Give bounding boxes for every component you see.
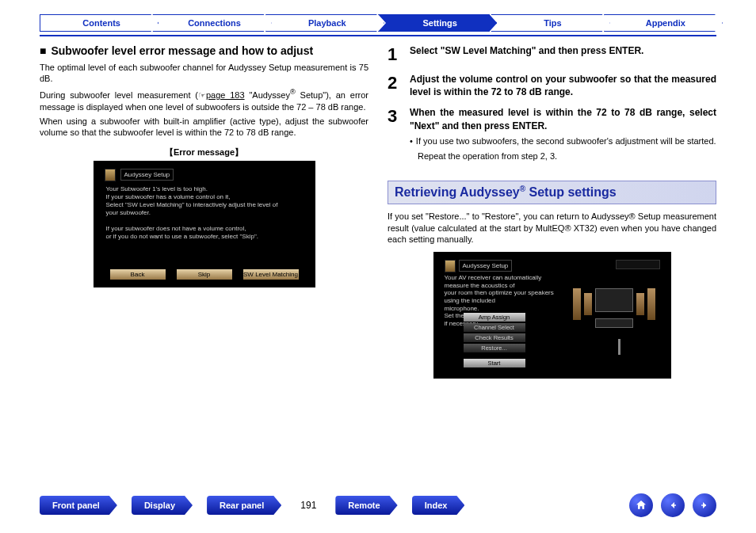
- step-3-main: When the measured level is within the 72…: [410, 107, 716, 131]
- prev-button[interactable]: [661, 493, 685, 517]
- setup-screenshot: Audyssey Setup Your AV receiver can auto…: [433, 252, 671, 379]
- step-2-num: 2: [388, 73, 402, 98]
- shot1-buttons: Back Skip SW Level Matching: [94, 269, 315, 280]
- next-button[interactable]: [693, 493, 716, 517]
- speaker-graphic: [647, 288, 655, 320]
- rear-panel-link[interactable]: Rear panel: [207, 496, 281, 515]
- shot1-back-button: Back: [110, 269, 166, 280]
- shot2-title: Audyssey Setup: [459, 260, 513, 272]
- left-p1: The optimal level of each subwoofer chan…: [40, 62, 368, 86]
- shot1-l6: or if you do not want to use a subwoofer…: [106, 233, 303, 241]
- step-1-text: Select "SW Level Matching" and then pres…: [410, 44, 716, 65]
- shot1-sw-button: SW Level Matching: [243, 269, 299, 280]
- left-p2a: During subwoofer level measurement (: [40, 90, 198, 100]
- tab-settings[interactable]: Settings: [378, 14, 497, 32]
- tv-graphic: [595, 288, 633, 312]
- section-title: Retrieving Audyssey® Setup settings: [388, 181, 716, 204]
- bullet-icon: •: [410, 135, 413, 147]
- shot2-l1: Your AV receiver can automatically measu…: [445, 274, 563, 289]
- shot1-title: Audyssey Setup: [120, 169, 174, 181]
- step-3-sub2: Repeat the operation from step 2, 3.: [418, 150, 716, 162]
- shot1-skip-button: Skip: [177, 269, 232, 280]
- shot2-l2: your room then optimize your speakers us…: [445, 289, 563, 304]
- step-3-text: When the measured level is within the 72…: [410, 106, 716, 162]
- right-column: 1 Select "SW Level Matching" and then pr…: [388, 44, 716, 379]
- speaker-graphic: [573, 288, 581, 320]
- error-message-label: 【Error message】: [40, 147, 368, 158]
- tab-tips[interactable]: Tips: [491, 14, 609, 32]
- index-link[interactable]: Index: [412, 496, 465, 515]
- page-183-link[interactable]: page 183: [206, 90, 245, 100]
- step-1-num: 1: [388, 44, 402, 65]
- left-p2b: "Audyssey: [245, 90, 290, 100]
- step-3-num: 3: [388, 106, 402, 162]
- shot1-l4: your subwoofer.: [106, 209, 303, 217]
- tab-connections[interactable]: Connections: [152, 14, 271, 32]
- left-column: ■ Subwoofer level error message and how …: [40, 44, 368, 379]
- top-divider: [40, 35, 716, 36]
- page-number: 191: [296, 500, 321, 511]
- step-2-text: Adjust the volume control on your subwoo…: [410, 73, 716, 98]
- shot2-menu: Amp Assign Channel Select Check Results …: [464, 313, 525, 367]
- hand-icon: ☞: [198, 90, 206, 100]
- shot1-text: Your Subwoofer 1's level is too high. If…: [106, 185, 303, 241]
- receiver-graphic: [595, 318, 633, 328]
- arrow-right-icon: [698, 499, 711, 512]
- menu-start: Start: [464, 359, 525, 367]
- step-3: 3 When the measured level is within the …: [388, 106, 716, 162]
- step-2: 2 Adjust the volume control on your subw…: [388, 73, 716, 98]
- svg-rect-1: [701, 504, 706, 505]
- step-1: 1 Select "SW Level Matching" and then pr…: [388, 44, 716, 65]
- left-p3: When using a subwoofer with built-in amp…: [40, 116, 368, 139]
- shot1-l5: If your subwoofer does not have a volume…: [106, 225, 303, 233]
- bottom-bar: Front panel Display Rear panel 191 Remot…: [40, 493, 716, 517]
- left-heading-text: Subwoofer level error message and how to…: [51, 44, 313, 59]
- menu-restore: Restore...: [464, 344, 525, 352]
- speaker-icon: [105, 169, 116, 181]
- speaker-graphic: [636, 293, 644, 315]
- menu-channel-select: Channel Select: [464, 323, 525, 332]
- shot1-l3: Select "SW Level Matching" to interactiv…: [106, 201, 303, 209]
- square-bullet-icon: ■: [40, 44, 46, 59]
- display-link[interactable]: Display: [132, 496, 193, 515]
- tab-playback[interactable]: Playback: [265, 14, 384, 32]
- error-screenshot: Audyssey Setup Your Subwoofer 1's level …: [94, 161, 315, 287]
- arrow-left-icon: [666, 499, 679, 512]
- section-para: If you set "Restore..." to "Restore", yo…: [388, 211, 716, 246]
- shot2-l3: microphone.: [445, 305, 563, 313]
- remote-link[interactable]: Remote: [335, 496, 397, 515]
- speaker-icon-2: [445, 260, 456, 272]
- step-3-sub1-text: If you use two subwoofers, the second su…: [416, 135, 716, 147]
- shot2-graphic: [565, 284, 660, 363]
- home-icon: [635, 499, 647, 512]
- left-p2: During subwoofer level measurement (☞pag…: [40, 87, 368, 112]
- tab-contents[interactable]: Contents: [40, 14, 158, 32]
- speaker-graphic: [584, 293, 592, 315]
- svg-rect-0: [671, 504, 676, 505]
- step-3-sub1: • If you use two subwoofers, the second …: [410, 135, 716, 147]
- tab-appendix[interactable]: Appendix: [604, 14, 723, 32]
- shot1-l1: Your Subwoofer 1's level is too high.: [106, 185, 303, 193]
- reg-mark: ®: [290, 88, 296, 96]
- left-heading: ■ Subwoofer level error message and how …: [40, 44, 368, 59]
- home-button[interactable]: [629, 493, 653, 517]
- audyssey-logo: [616, 260, 660, 269]
- menu-check-results: Check Results: [464, 333, 525, 342]
- front-panel-link[interactable]: Front panel: [40, 496, 117, 515]
- menu-amp-assign: Amp Assign: [464, 313, 525, 322]
- top-tabs: Contents Connections Playback Settings T…: [40, 14, 716, 32]
- shot1-l2: If your subwoofer has a volume control o…: [106, 193, 303, 201]
- mic-graphic: [618, 339, 620, 355]
